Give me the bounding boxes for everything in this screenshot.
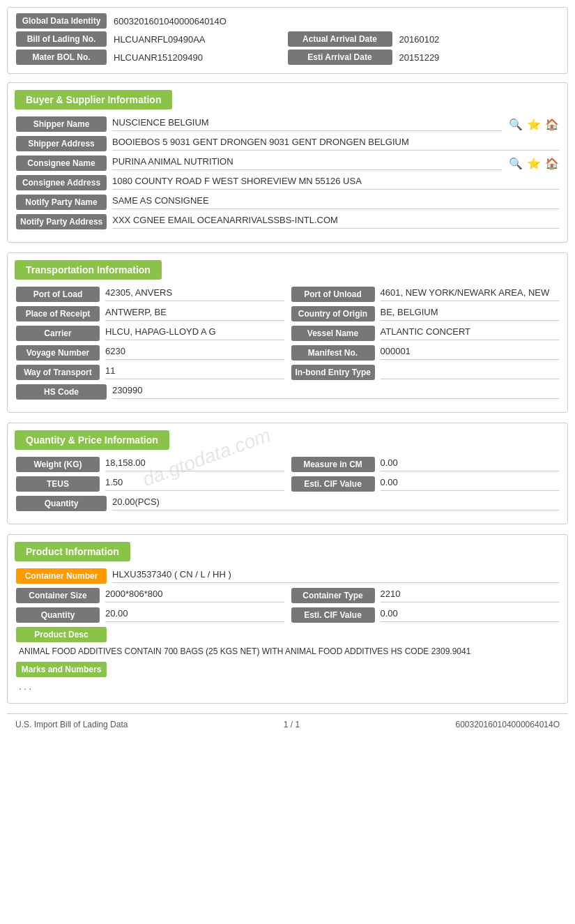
product-esti-cif-value: 0.00 xyxy=(381,608,560,622)
product-header: Product Information xyxy=(15,542,130,561)
star-icon[interactable]: ⭐ xyxy=(527,118,541,131)
transportation-section: Transportation Information Port of Load … xyxy=(7,252,568,413)
top-section: Global Data Identity 6003201601040000640… xyxy=(7,7,568,74)
container-size-value: 2000*806*800 xyxy=(105,589,284,603)
consignee-name-row: Consignee Name PURINA ANIMAL NUTRITION 🔍… xyxy=(16,156,559,171)
footer-right: 600320160104000064014O xyxy=(456,720,560,729)
voyage-number-value: 6230 xyxy=(105,346,284,360)
vessel-name-value: ATLANTIC CONCERT xyxy=(381,326,560,340)
way-transport-value: 11 xyxy=(105,365,284,379)
carrier-vessel-row: Carrier HLCU, HAPAG-LLOYD A G Vessel Nam… xyxy=(16,326,559,341)
home-icon[interactable]: 🏠 xyxy=(545,118,559,131)
product-desc-label: Product Desc xyxy=(16,627,107,642)
quantity-value: 20.00(PCS) xyxy=(112,497,559,510)
in-bond-value xyxy=(381,365,559,379)
shipper-name-value: NUSCIENCE BELGIUM xyxy=(112,117,502,131)
container-number-value: HLXU3537340 ( CN / L / HH ) xyxy=(112,569,559,583)
teus-value: 1.50 xyxy=(105,477,284,491)
product-section: Product Information Container Number HLX… xyxy=(7,534,568,704)
teus-label: TEUS xyxy=(16,476,100,492)
port-unload-label: Port of Unload xyxy=(291,287,375,302)
in-bond-label: In-bond Entry Type xyxy=(291,365,375,380)
consignee-address-label: Consignee Address xyxy=(16,175,107,190)
teus-cif-row: TEUS 1.50 Esti. CIF Value 0.00 xyxy=(16,476,559,492)
voyage-number-label: Voyage Number xyxy=(16,345,100,361)
transportation-body: Port of Load 42305, ANVERS Port of Unloa… xyxy=(8,287,567,412)
marks-numbers-label: Marks and Numbers xyxy=(16,662,107,677)
manifest-no-value: 000001 xyxy=(381,346,560,360)
page-footer: U.S. Import Bill of Lading Data 1 / 1 60… xyxy=(7,713,568,735)
hs-code-row: HS Code 230990 xyxy=(16,384,559,400)
shipper-icons: 🔍 ⭐ 🏠 xyxy=(509,118,559,131)
bol-row: Bill of Lading No. HLCUANRFL09490AA Actu… xyxy=(16,31,559,47)
product-desc-value: ANIMAL FOOD ADDITIVES CONTAIN 700 BAGS (… xyxy=(16,646,559,656)
measure-cm-label: Measure in CM xyxy=(291,457,375,472)
weight-value: 18,158.00 xyxy=(105,457,284,471)
port-row: Port of Load 42305, ANVERS Port of Unloa… xyxy=(16,287,559,302)
global-data-identity-value: 600320160104000064014O xyxy=(114,16,227,26)
esti-arrival-date-value: 20151229 xyxy=(399,52,440,63)
shipper-name-row: Shipper Name NUSCIENCE BELGIUM 🔍 ⭐ 🏠 xyxy=(16,116,559,132)
product-body: Container Number HLXU3537340 ( CN / L / … xyxy=(8,568,567,703)
measure-cm-value: 0.00 xyxy=(381,457,560,471)
weight-label: Weight (KG) xyxy=(16,457,100,472)
carrier-value: HLCU, HAPAG-LLOYD A G xyxy=(105,326,284,340)
container-type-label: Container Type xyxy=(291,588,375,603)
buyer-supplier-section: Buyer & Supplier Information Shipper Nam… xyxy=(7,82,568,243)
carrier-label: Carrier xyxy=(16,326,100,341)
consignee-name-value: PURINA ANIMAL NUTRITION xyxy=(112,156,502,170)
port-load-label: Port of Load xyxy=(16,287,100,302)
esti-arrival-date-label: Esti Arrival Date xyxy=(288,50,392,65)
shipper-name-label: Shipper Name xyxy=(16,116,107,132)
quantity-price-section: Quantity & Price Information Weight (KG)… xyxy=(7,423,568,524)
notify-party-name-row: Notify Party Name SAME AS CONSIGNEE xyxy=(16,195,559,210)
product-desc-row: Product Desc xyxy=(16,627,559,642)
notify-party-name-label: Notify Party Name xyxy=(16,195,107,210)
container-size-type-row: Container Size 2000*806*800 Container Ty… xyxy=(16,588,559,603)
product-quantity-value: 20.00 xyxy=(105,608,284,622)
vessel-name-label: Vessel Name xyxy=(291,326,375,341)
product-qty-cif-row: Quantity 20.00 Esti. CIF Value 0.00 xyxy=(16,607,559,623)
consignee-search-icon[interactable]: 🔍 xyxy=(509,157,523,170)
mater-bol-label: Mater BOL No. xyxy=(16,50,107,65)
weight-measure-row: Weight (KG) 18,158.00 Measure in CM 0.00 xyxy=(16,457,559,472)
footer-center: 1 / 1 xyxy=(284,720,300,729)
quantity-row: Quantity 20.00(PCS) xyxy=(16,496,559,511)
consignee-address-value: 1080 COUNTY ROAD F WEST SHOREVIEW MN 551… xyxy=(112,176,559,190)
esti-cif-value: 0.00 xyxy=(381,477,560,491)
product-quantity-label: Quantity xyxy=(16,607,100,623)
port-load-value: 42305, ANVERS xyxy=(105,287,284,301)
place-receipt-value: ANTWERP, BE xyxy=(105,307,284,321)
country-origin-label: Country of Origin xyxy=(291,306,375,321)
hs-code-value: 230990 xyxy=(112,385,559,399)
consignee-icons: 🔍 ⭐ 🏠 xyxy=(509,157,559,170)
quantity-label: Quantity xyxy=(16,496,107,511)
voyage-manifest-row: Voyage Number 6230 Manifest No. 000001 xyxy=(16,345,559,361)
marks-numbers-row: Marks and Numbers xyxy=(16,662,559,677)
place-receipt-label: Place of Receipt xyxy=(16,306,100,321)
footer-left: U.S. Import Bill of Lading Data xyxy=(15,720,128,729)
transportation-header: Transportation Information xyxy=(15,260,162,280)
container-type-value: 2210 xyxy=(381,589,560,603)
bill-of-lading-value: HLCUANRFL09490AA xyxy=(114,34,206,45)
consignee-star-icon[interactable]: ⭐ xyxy=(527,157,541,170)
way-transport-label: Way of Transport xyxy=(16,365,100,380)
quantity-price-body: Weight (KG) 18,158.00 Measure in CM 0.00… xyxy=(8,457,567,524)
buyer-supplier-header: Buyer & Supplier Information xyxy=(15,90,172,109)
container-size-label: Container Size xyxy=(16,588,100,603)
port-unload-value: 4601, NEW YORK/NEWARK AREA, NEW xyxy=(381,287,560,301)
buyer-supplier-body: Shipper Name NUSCIENCE BELGIUM 🔍 ⭐ 🏠 Shi… xyxy=(8,116,567,242)
consignee-home-icon[interactable]: 🏠 xyxy=(545,157,559,170)
search-icon[interactable]: 🔍 xyxy=(509,118,523,131)
actual-arrival-date-value: 20160102 xyxy=(399,34,440,45)
esti-cif-label: Esti. CIF Value xyxy=(291,476,375,492)
container-number-label: Container Number xyxy=(16,568,107,584)
mater-bol-row: Mater BOL No. HLCUANR151209490 Esti Arri… xyxy=(16,50,559,65)
shipper-address-row: Shipper Address BOOIEBOS 5 9031 GENT DRO… xyxy=(16,136,559,151)
receipt-origin-row: Place of Receipt ANTWERP, BE Country of … xyxy=(16,306,559,321)
container-number-row: Container Number HLXU3537340 ( CN / L / … xyxy=(16,568,559,584)
bill-of-lading-label: Bill of Lading No. xyxy=(16,31,107,47)
actual-arrival-date-label: Actual Arrival Date xyxy=(288,31,392,47)
product-esti-cif-label: Esti. CIF Value xyxy=(291,607,375,623)
notify-party-address-row: Notify Party Address XXX CGNEE EMAIL OCE… xyxy=(16,214,559,229)
